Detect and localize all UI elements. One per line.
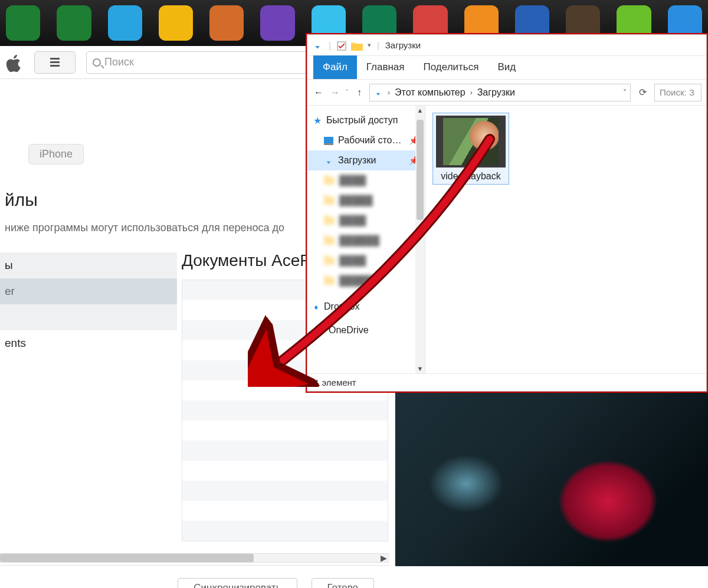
dock-app-icon[interactable] [6, 5, 40, 41]
dock-app-icon[interactable] [57, 5, 91, 41]
chevron-down-icon[interactable]: ˅ [345, 88, 349, 97]
list-item[interactable]: er [0, 278, 177, 304]
nav-back-icon[interactable]: ← [312, 86, 325, 99]
dock-app-icon[interactable] [108, 5, 142, 41]
desktop-wallpaper [395, 389, 708, 566]
tree-scrollbar[interactable]: ▲ ▼ [415, 106, 425, 373]
star-icon: ★ [313, 115, 322, 126]
list-item[interactable]: ents [0, 330, 177, 356]
chevron-down-icon[interactable]: ˅ [623, 88, 627, 97]
dock-app-icon[interactable] [209, 5, 244, 41]
dropbox-icon: ⬧ [313, 301, 319, 312]
tree-item-hidden[interactable]: █████ [307, 190, 425, 211]
search-icon [93, 58, 101, 67]
sync-button[interactable]: Синхронизировать [178, 578, 297, 589]
status-text: 1 элемент [314, 377, 356, 387]
svg-rect-1 [324, 137, 333, 143]
dock-app-icon[interactable] [260, 5, 294, 41]
nav-forward-icon[interactable]: → [329, 86, 342, 99]
desktop-icon [324, 135, 333, 146]
bottom-toolbar: Синхронизировать Готово [0, 565, 389, 588]
window-title: Загрузки [385, 40, 421, 50]
explorer-search-input[interactable]: Поиск: З [654, 84, 702, 101]
apple-logo-icon [6, 51, 24, 74]
dropbox-item[interactable]: ⬧ Dropbox [307, 297, 425, 317]
quick-access-item[interactable]: ★ Быстрый доступ [307, 110, 425, 130]
scroll-right-icon[interactable]: ▶ [378, 554, 389, 562]
view-mode-button[interactable] [34, 51, 76, 74]
file-area[interactable]: videoplayback [425, 106, 706, 373]
tab-home[interactable]: Главная [357, 55, 414, 79]
done-button[interactable]: Готово [312, 578, 375, 589]
dock-app-icon[interactable] [159, 5, 193, 41]
folder-icon [351, 40, 363, 50]
breadcrumb-item[interactable]: Этот компьютер [395, 87, 466, 98]
tree-item-hidden[interactable]: ████ [307, 211, 425, 231]
files-subtext: ниже программы могут использоваться для … [5, 222, 284, 234]
onedrive-item[interactable]: OneDrive [307, 320, 425, 340]
status-bar: 1 элемент [307, 373, 706, 391]
horizontal-scrollbar[interactable]: ▶ [0, 553, 389, 563]
explorer-titlebar[interactable]: | ▾ | Загрузки [307, 35, 706, 56]
search-placeholder: Поиск [104, 56, 134, 68]
download-arrow-icon [324, 155, 333, 166]
tree-item-hidden[interactable]: ████ [307, 251, 425, 271]
breadcrumb-item[interactable]: Загрузки [477, 87, 515, 98]
download-arrow-icon [373, 87, 383, 98]
file-label: videoplayback [435, 171, 506, 182]
list-item[interactable] [0, 304, 177, 330]
device-pill[interactable]: iPhone [28, 144, 84, 165]
scroll-down-icon[interactable]: ▼ [415, 364, 425, 373]
tab-view[interactable]: Вид [488, 55, 525, 79]
downloads-item[interactable]: Загрузки 📌 [307, 150, 425, 170]
list-item[interactable]: ы [0, 252, 177, 278]
tree-item-hidden[interactable]: ██████ [307, 231, 425, 251]
cloud-icon [313, 325, 324, 336]
refresh-icon[interactable]: ⟳ [634, 84, 651, 101]
file-item-video[interactable]: videoplayback [432, 113, 509, 185]
video-thumbnail-icon [436, 116, 506, 167]
tab-file[interactable]: Файл [313, 55, 357, 79]
nav-bar: ← → ˅ ↑ › Этот компьютер › Загрузки ˅ ⟳ … [307, 80, 706, 106]
files-heading: йлы [5, 190, 38, 210]
checkbox-icon[interactable] [337, 40, 346, 50]
apps-list: ы er ents [0, 252, 177, 356]
svg-rect-2 [324, 143, 333, 145]
nav-tree: ★ Быстрый доступ Рабочий сто… 📌 Загрузки… [307, 106, 425, 373]
chevron-down-icon[interactable]: ▾ [368, 41, 371, 49]
file-explorer-window: | ▾ | Загрузки Файл Главная Поделиться В… [307, 34, 707, 392]
breadcrumb[interactable]: › Этот компьютер › Загрузки ˅ [369, 84, 631, 101]
nav-up-icon[interactable]: ↑ [353, 86, 366, 99]
desktop-item[interactable]: Рабочий сто… 📌 [307, 130, 425, 150]
tree-item-hidden[interactable]: █████ [307, 271, 425, 291]
download-arrow-icon [312, 40, 323, 51]
tree-item-hidden[interactable]: ████ [307, 170, 425, 190]
ribbon-tabs: Файл Главная Поделиться Вид [307, 56, 706, 80]
search-placeholder: Поиск: З [660, 87, 694, 97]
scroll-up-icon[interactable]: ▲ [415, 106, 425, 115]
tab-share[interactable]: Поделиться [414, 55, 489, 79]
